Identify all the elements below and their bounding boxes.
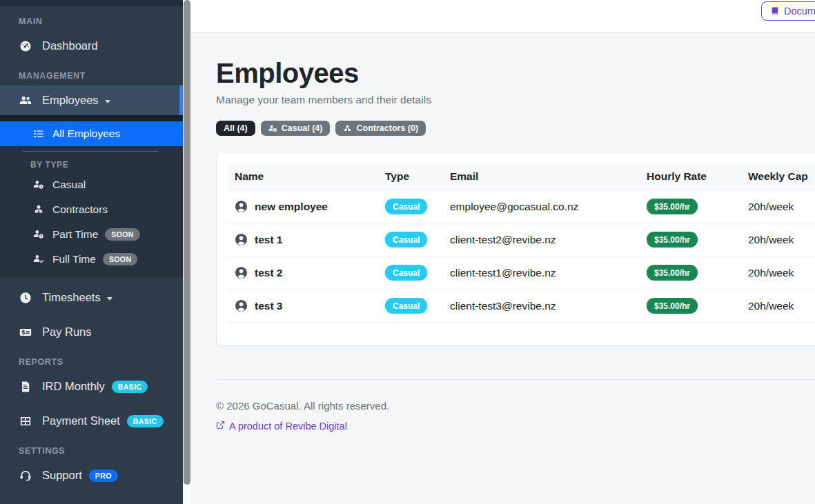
sidebar-item-casual[interactable]: Casual [0, 172, 183, 197]
sidebar-item-label: Dashboard [42, 39, 98, 52]
employee-name: test 2 [255, 267, 283, 279]
money-check-icon: $ [19, 326, 33, 339]
sidebar-submenu: All EmployeesBY TYPECasualContractorsPar… [0, 115, 183, 278]
sidebar-item-part-time[interactable]: Part TimeSOON [0, 222, 183, 247]
hourly-rate-badge: $35.00/hr [647, 199, 698, 214]
person-circle-icon [235, 233, 248, 246]
sidebar-item-label: Contractors [52, 203, 108, 216]
sidebar-item-label: IRD Monthly [42, 380, 105, 393]
user-clock-icon [33, 179, 46, 190]
sidebar-item-full-time[interactable]: Full TimeSOON [0, 247, 183, 272]
sidebar-item-label: Casual [52, 179, 86, 191]
sidebar-item-payment-sheet[interactable]: Payment SheetBASIC [0, 406, 183, 436]
filter-pill-contractors[interactable]: Contractors (0) [335, 121, 426, 136]
filter-pill-label: Contractors (0) [356, 123, 418, 133]
filter-pill-all[interactable]: All (4) [216, 121, 255, 136]
footer-divider [216, 379, 815, 380]
submenu-divider [23, 151, 158, 152]
file-invoice-icon [19, 381, 33, 393]
employee-email: employee@gocasual.co.nz [450, 201, 578, 212]
column-header: Email [443, 163, 640, 190]
employee-name: test 1 [255, 234, 283, 246]
sidebar-item-contractors[interactable]: Contractors [0, 197, 183, 222]
documentation-button-label: Documentation [784, 6, 815, 17]
sidebar-item-support[interactable]: SupportPRO [0, 461, 183, 490]
hourly-rate-badge: $35.00/hr [647, 298, 698, 314]
sidebar-item-dashboard[interactable]: Dashboard [0, 31, 183, 61]
badge-basic: BASIC [127, 415, 164, 427]
sidebar-group-label: BY TYPE [30, 160, 183, 170]
documentation-button[interactable]: Documentation [761, 1, 815, 21]
footer: © 2026 GoCasual. All rights reserved. A … [216, 379, 815, 432]
table-header-row: NameTypeEmailHourly RateWeekly Cap [228, 163, 815, 190]
table-row[interactable]: new employeeCasualemployee@gocasual.co.n… [228, 190, 815, 223]
headset-icon [19, 470, 33, 482]
table-row[interactable]: test 2Casualclient-test1@revibe.nz$35.00… [228, 256, 815, 290]
person-circle-icon [235, 299, 248, 312]
employee-name: test 3 [255, 300, 283, 312]
table-body: new employeeCasualemployee@gocasual.co.n… [228, 190, 815, 323]
weekly-cap: 20h/week [748, 201, 794, 212]
table-row[interactable]: test 1Casualclient-test2@revibe.nz$35.00… [228, 223, 815, 256]
product-link[interactable]: A product of Revibe Digital [216, 421, 347, 432]
column-header: Weekly Cap [741, 163, 815, 190]
badge-soon: SOON [103, 253, 138, 265]
badge-pro: PRO [89, 470, 118, 482]
table-row[interactable]: test 3Casualclient-test3@revibe.nz$35.00… [228, 290, 815, 323]
page-content: Employees Manage your team members and t… [191, 33, 815, 432]
sidebar-scrollbar-track[interactable] [183, 0, 191, 504]
type-badge: Casual [385, 265, 427, 281]
caret-down-icon [105, 100, 110, 103]
weekly-cap: 20h/week [748, 234, 794, 245]
external-link-icon [216, 421, 225, 432]
main-content: Documentation Employees Manage your team… [191, 0, 815, 504]
badge-basic: BASIC [112, 381, 148, 393]
copyright-text: © 2026 GoCasual. All rights reserved. [216, 400, 815, 412]
clock-icon [19, 292, 33, 304]
sidebar-item-label: Support [42, 469, 82, 482]
sidebar-item-pay-runs[interactable]: $Pay Runs [0, 317, 183, 347]
sidebar-item-employees[interactable]: Employees [0, 85, 183, 115]
users-icon [19, 94, 33, 107]
sidebar-item-all-employees[interactable]: All Employees [0, 121, 183, 146]
sidebar-scrollbar-thumb[interactable] [184, 0, 190, 485]
employee-name: new employee [255, 201, 328, 213]
user-tie-icon [343, 124, 352, 133]
employees-table: NameTypeEmailHourly RateWeekly Cap new e… [228, 163, 815, 323]
weekly-cap: 20h/week [748, 300, 794, 312]
sidebar-section-label: MANAGEMENT [19, 71, 183, 81]
type-badge: Casual [385, 199, 427, 214]
sidebar-nav: MAINDashboardMANAGEMENTEmployeesAll Empl… [0, 17, 183, 490]
filter-pills: All (4)Casual (4)Contractors (0) [216, 121, 815, 136]
gauge-icon [19, 40, 33, 52]
sidebar-item-label: Timesheets [42, 291, 101, 304]
employee-email: client-test1@revibe.nz [450, 267, 556, 279]
topbar: Documentation [191, 0, 815, 33]
filter-pill-label: Casual (4) [282, 123, 323, 133]
employee-email: client-test3@revibe.nz [450, 300, 556, 312]
person-circle-icon [235, 200, 248, 213]
sidebar-top-strip [0, 0, 183, 6]
type-badge: Casual [385, 232, 427, 248]
sidebar-item-timesheets[interactable]: Timesheets [0, 283, 183, 312]
product-link-label: A product of Revibe Digital [229, 421, 347, 432]
svg-text:$: $ [21, 328, 26, 335]
sidebar-item-label: All Employees [52, 128, 120, 140]
filter-pill-casual[interactable]: Casual (4) [261, 121, 331, 136]
type-badge: Casual [385, 298, 427, 314]
user-check-icon [33, 254, 46, 265]
sidebar-section-label: REPORTS [19, 357, 183, 367]
employees-table-card: NameTypeEmailHourly RateWeekly Cap new e… [216, 152, 815, 346]
sidebar: MAINDashboardMANAGEMENTEmployeesAll Empl… [0, 0, 183, 504]
list-icon [33, 128, 46, 139]
caret-down-icon [107, 297, 112, 301]
user-tie-icon [33, 204, 46, 215]
sidebar-section-label: SETTINGS [19, 446, 183, 456]
badge-soon: SOON [105, 228, 140, 241]
hourly-rate-badge: $35.00/hr [647, 265, 698, 281]
sidebar-item-label: Full Time [52, 253, 96, 265]
page-subtitle: Manage your team members and their detai… [216, 94, 815, 106]
sidebar-item-ird-monthly[interactable]: IRD MonthlyBASIC [0, 372, 183, 401]
sidebar-item-label: Employees [42, 94, 99, 107]
hourly-rate-badge: $35.00/hr [647, 232, 698, 248]
